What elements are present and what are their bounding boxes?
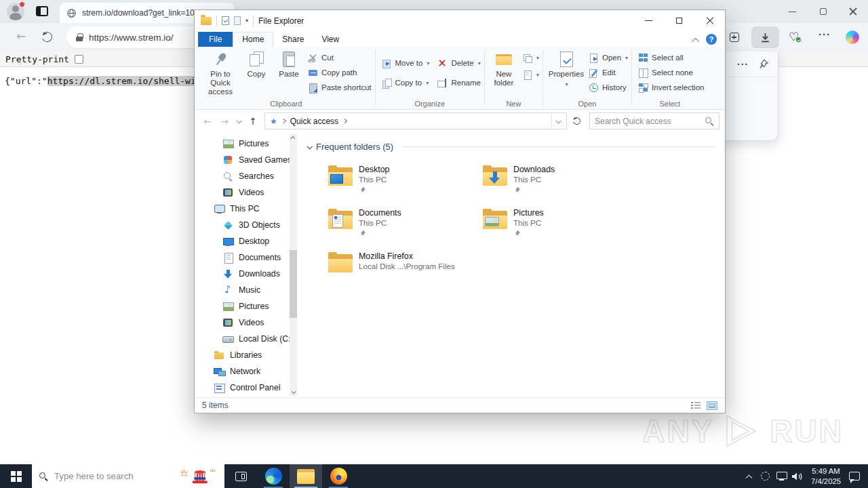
folder-logo-icon bbox=[297, 469, 315, 483]
sidebar-item-control-panel[interactable]: Control Panel bbox=[195, 380, 298, 396]
breadcrumb-location[interactable]: Quick access bbox=[290, 117, 338, 126]
section-title: Frequent folders (5) bbox=[316, 142, 393, 152]
scrollbar-thumb[interactable] bbox=[290, 250, 297, 318]
invert-selection-button[interactable]: Invert selection bbox=[638, 82, 704, 93]
explorer-minimize-button[interactable] bbox=[633, 10, 664, 31]
details-view-icon[interactable] bbox=[691, 401, 701, 409]
sidebar-item-network[interactable]: Network bbox=[195, 363, 298, 380]
edge-taskbar-icon[interactable] bbox=[257, 464, 290, 488]
explorer-search-box[interactable] bbox=[589, 113, 719, 129]
network-icon[interactable] bbox=[773, 464, 789, 488]
ribbon-collapse-icon[interactable] bbox=[692, 38, 699, 45]
hidden-icons-chevron[interactable] bbox=[741, 464, 757, 488]
delete-button[interactable]: Delete▾ bbox=[437, 58, 480, 68]
browser-close-button[interactable] bbox=[842, 3, 864, 20]
flyout-pin-icon[interactable] bbox=[758, 59, 768, 69]
tab-actions-icon[interactable] bbox=[36, 6, 48, 16]
cut-button[interactable]: Cut bbox=[308, 52, 372, 63]
browser-minimize-button[interactable] bbox=[781, 3, 803, 20]
nav-forward-icon[interactable]: → bbox=[217, 116, 232, 127]
sidebar-item-libraries[interactable]: Libraries bbox=[195, 347, 298, 363]
explorer-refresh-icon[interactable] bbox=[569, 117, 584, 125]
refresh-icon[interactable] bbox=[41, 30, 54, 44]
sidebar-item-searches[interactable]: Searches bbox=[195, 168, 298, 184]
rename-button[interactable]: Rename bbox=[437, 77, 480, 88]
taskbar-search[interactable] bbox=[32, 464, 224, 488]
sidebar-item-local-disk-c[interactable]: Local Disk (C:) bbox=[195, 331, 298, 347]
help-icon[interactable]: ? bbox=[706, 34, 717, 45]
paste-button[interactable]: Paste bbox=[273, 47, 305, 79]
sidebar-item-videos[interactable]: Videos bbox=[195, 314, 298, 331]
folder-tile-mozilla-firefox[interactable]: Mozilla FirefoxLocal Disk ...\Program Fi… bbox=[328, 250, 483, 292]
sidebar-item-downloads[interactable]: Downloads bbox=[195, 266, 298, 282]
move-to-button[interactable]: Move to▾ bbox=[382, 58, 430, 68]
sidebar-item-desktop[interactable]: Desktop bbox=[195, 233, 298, 249]
sidebar-scrollbar[interactable] bbox=[290, 134, 297, 396]
nav-back-icon[interactable]: ← bbox=[200, 116, 215, 127]
sidebar-item-videos[interactable]: Videos bbox=[195, 184, 298, 201]
downloads-button[interactable] bbox=[751, 26, 779, 48]
volume-icon[interactable] bbox=[789, 464, 806, 488]
sidebar-item-documents[interactable]: Documents bbox=[195, 249, 298, 266]
file-explorer-taskbar-icon[interactable] bbox=[290, 464, 322, 488]
browser-restore-button[interactable] bbox=[812, 3, 834, 20]
sidebar-item-saved-games[interactable]: Saved Games bbox=[195, 152, 298, 168]
properties-button[interactable]: Properties▾ bbox=[547, 47, 586, 87]
sidebar-item-music[interactable]: Music bbox=[195, 282, 298, 298]
action-center-icon[interactable] bbox=[846, 464, 863, 488]
qat-properties-icon[interactable] bbox=[222, 16, 229, 25]
folder-tile-documents[interactable]: DocumentsThis PC bbox=[328, 207, 483, 249]
breadcrumb[interactable]: ★ Quick access bbox=[264, 113, 567, 129]
recent-locations-icon[interactable] bbox=[234, 119, 243, 123]
large-icons-view-icon[interactable] bbox=[707, 401, 717, 410]
taskbar-search-input[interactable] bbox=[54, 471, 172, 481]
flyout-more-icon[interactable]: ··· bbox=[737, 59, 749, 70]
controlpanel-icon bbox=[214, 382, 225, 393]
history-button[interactable]: History bbox=[589, 82, 628, 93]
pin-to-quick-access-button[interactable]: Pin to Quick access bbox=[201, 47, 240, 97]
sidebar-item-pictures[interactable]: Pictures bbox=[195, 298, 298, 314]
task-view-button[interactable] bbox=[224, 464, 257, 488]
open-button[interactable]: Open▾ bbox=[589, 52, 628, 63]
start-button[interactable] bbox=[0, 464, 32, 488]
taskbar-clock[interactable]: 5:49 AM 7/4/2025 bbox=[806, 466, 846, 486]
sidebar-item-pictures[interactable]: Pictures bbox=[195, 136, 298, 152]
paste-shortcut-button[interactable]: Paste shortcut bbox=[308, 82, 372, 93]
tray-status-icon[interactable] bbox=[757, 464, 773, 488]
sidebar-item-3d-objects[interactable]: 3D Objects bbox=[195, 217, 298, 233]
sidebar-item-this-pc[interactable]: This PC bbox=[195, 201, 298, 217]
explorer-close-button[interactable] bbox=[694, 10, 725, 31]
new-item-button[interactable]: ▾ bbox=[522, 52, 539, 63]
qat-customize-icon[interactable]: ▾ bbox=[245, 18, 248, 24]
tab-file[interactable]: File bbox=[198, 32, 233, 47]
collections-icon[interactable] bbox=[730, 33, 739, 42]
scroll-up-icon[interactable] bbox=[290, 134, 297, 142]
nav-up-icon[interactable]: ↑ bbox=[245, 116, 260, 127]
new-folder-button[interactable]: New folder bbox=[488, 47, 519, 87]
copy-button[interactable]: Copy bbox=[240, 47, 273, 79]
tab-view[interactable]: View bbox=[313, 32, 348, 47]
copilot-icon[interactable] bbox=[846, 30, 859, 44]
settings-menu-icon[interactable]: ··· bbox=[818, 28, 831, 40]
browser-essentials-icon[interactable]: ♡ bbox=[789, 30, 799, 43]
address-dropdown-icon[interactable] bbox=[551, 113, 564, 129]
select-all-button[interactable]: Select all bbox=[638, 52, 704, 63]
folder-tile-pictures[interactable]: PicturesThis PC bbox=[483, 207, 637, 249]
pretty-print-checkbox[interactable] bbox=[75, 55, 83, 64]
easy-access-button[interactable]: ▾ bbox=[522, 69, 539, 80]
frequent-folders-header[interactable]: Frequent folders (5) bbox=[307, 142, 718, 152]
edit-button[interactable]: Edit bbox=[589, 67, 628, 78]
folder-tile-downloads[interactable]: DownloadsThis PC bbox=[483, 163, 637, 205]
copy-path-button[interactable]: Copy path bbox=[308, 67, 372, 78]
firefox-taskbar-icon[interactable] bbox=[322, 464, 355, 488]
explorer-search-input[interactable] bbox=[595, 117, 705, 126]
folder-tile-desktop[interactable]: DesktopThis PC bbox=[328, 163, 483, 205]
select-none-button[interactable]: Select none bbox=[638, 67, 704, 78]
back-icon[interactable]: ← bbox=[16, 29, 26, 43]
explorer-maximize-button[interactable] bbox=[664, 10, 694, 31]
tab-home[interactable]: Home bbox=[233, 32, 273, 47]
copy-to-button[interactable]: Copy to▾ bbox=[382, 77, 430, 88]
tab-share[interactable]: Share bbox=[273, 32, 313, 47]
scroll-down-icon[interactable] bbox=[290, 388, 297, 396]
qat-newfolder-icon[interactable] bbox=[234, 16, 241, 25]
